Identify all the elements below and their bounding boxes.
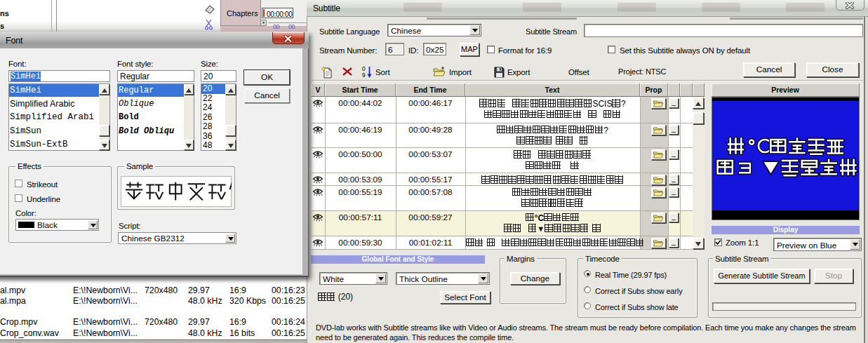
svg-text:9: 9 — [362, 72, 366, 79]
